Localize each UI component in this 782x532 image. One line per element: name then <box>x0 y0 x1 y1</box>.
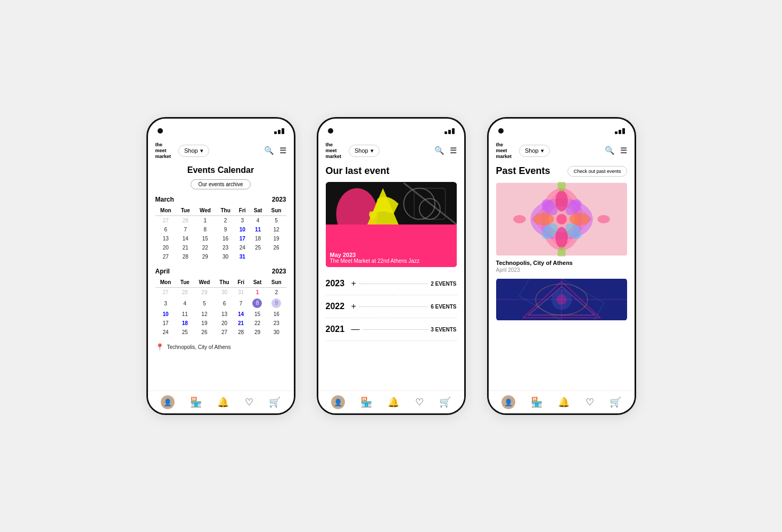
shop-button-3[interactable]: Shop ▾ <box>519 145 550 157</box>
col-fri: Fri <box>235 205 250 216</box>
avatar-2[interactable]: 👤 <box>331 395 345 409</box>
past-event-card-1: Technopolis, City of Athens April 2023 <box>496 182 627 273</box>
last-event-title: Our last event <box>326 165 457 177</box>
table-row: 12 <box>266 225 286 234</box>
table-row: 23 <box>267 319 286 328</box>
heart-icon-1[interactable]: ♡ <box>245 396 253 408</box>
col-sun: Sun <box>267 277 286 288</box>
table-row: 6 <box>155 225 177 234</box>
col-fri: Fri <box>234 277 248 288</box>
cart-icon-3[interactable]: 🛒 <box>610 396 621 408</box>
col-sat: Sat <box>248 277 267 288</box>
table-row: 19 <box>266 234 286 243</box>
event-name: The Meet Market at 22nd Athens Jazz <box>330 258 452 264</box>
table-row: 3 <box>155 297 176 310</box>
check-past-btn[interactable]: Check out past events <box>567 166 627 177</box>
table-row: 28 <box>234 328 248 337</box>
table-row: 16 <box>267 310 286 319</box>
table-row: 1 <box>194 216 216 226</box>
expand-icon-2021[interactable]: — <box>351 325 360 334</box>
past-events-header: Past Events Check out past events <box>496 165 627 177</box>
cart-icon-2[interactable]: 🛒 <box>439 396 451 408</box>
jazz-art: May 2023 The Meet Market at 22nd Athens … <box>326 182 457 267</box>
shop-button-2[interactable]: Shop ▾ <box>349 145 380 157</box>
table-row: 29 <box>194 252 216 261</box>
bell-icon-1[interactable]: 🔔 <box>217 396 229 408</box>
menu-icon-2[interactable]: ☰ <box>450 146 457 155</box>
bell-icon-2[interactable]: 🔔 <box>388 396 399 408</box>
table-row: 17 <box>155 319 176 328</box>
table-row: 4 <box>250 216 267 226</box>
expand-icon-2023[interactable]: + <box>351 279 356 288</box>
cart-icon-1[interactable]: 🛒 <box>269 396 281 408</box>
nav-icons-2: 🔍 ☰ <box>434 146 457 155</box>
shop-nav-icon-3[interactable]: 🏪 <box>531 396 542 408</box>
table-row: 24 <box>235 243 250 252</box>
menu-icon-3[interactable]: ☰ <box>620 146 627 155</box>
avatar-3[interactable]: 👤 <box>501 395 515 409</box>
table-row: 9 <box>216 225 235 234</box>
phone-1-top-bar <box>148 119 294 138</box>
table-row: 21 <box>234 319 248 328</box>
scene: the meet market Shop ▾ 🔍 ☰ Events Calend… <box>125 85 657 447</box>
expand-icon-2022[interactable]: + <box>351 302 356 311</box>
avatar-1[interactable]: 👤 <box>161 395 175 409</box>
events-calendar-title: Events Calendar <box>155 165 286 175</box>
heart-icon-2[interactable]: ♡ <box>415 396 424 408</box>
dotted-line-2023 <box>359 284 427 284</box>
col-sat: Sat <box>250 205 267 216</box>
search-icon-1[interactable]: 🔍 <box>264 146 274 155</box>
table-row: 11 <box>250 225 267 234</box>
location-pin-icon: 📍 <box>155 343 164 351</box>
shop-nav-icon-2[interactable]: 🏪 <box>360 396 372 408</box>
table-row: 16 <box>216 234 235 243</box>
table-row: 10 <box>235 225 250 234</box>
kaleidoscope-svg-1 <box>496 182 627 256</box>
location-row: 📍 Technopolis, City of Athens <box>155 343 286 351</box>
table-row <box>266 252 286 261</box>
events-list-row-2023[interactable]: 2023 + 2 EVENTS <box>326 272 457 295</box>
table-row: 13 <box>155 234 177 243</box>
table-row: 26 <box>194 328 215 337</box>
shop-button-1[interactable]: Shop ▾ <box>178 145 209 157</box>
col-thu: Thu <box>216 205 235 216</box>
events-list-row-2022[interactable]: 2022 + 6 EVENTS <box>326 295 457 318</box>
location-text: Technopolis, City of Athens <box>167 344 231 350</box>
table-row: 27 <box>215 328 234 337</box>
table-row: 7 <box>176 225 194 234</box>
search-icon-2[interactable]: 🔍 <box>434 146 444 155</box>
year-2021: 2021 <box>326 325 348 334</box>
bottom-nav-3: 👤 🏪 🔔 ♡ 🛒 <box>489 390 635 413</box>
table-row: 20 <box>155 243 177 252</box>
bell-icon-3[interactable]: 🔔 <box>558 396 570 408</box>
table-row: 19 <box>194 319 215 328</box>
shop-nav-icon-1[interactable]: 🏪 <box>190 396 202 408</box>
past-event-img-2 <box>496 278 627 321</box>
search-icon-3[interactable]: 🔍 <box>605 146 615 155</box>
phone-3-content: Past Events Check out past events <box>489 163 635 390</box>
march-header: March 2023 <box>155 196 286 203</box>
brand-logo-1: the meet market <box>155 142 171 159</box>
table-row: 18 <box>250 234 267 243</box>
events-list-row-2021[interactable]: 2021 — 3 EVENTS <box>326 318 457 341</box>
brand-logo-3: the meet market <box>496 142 512 159</box>
col-thu: Thu <box>215 277 234 288</box>
archive-button[interactable]: Our events archive <box>191 179 251 189</box>
table-row: 31 <box>235 252 250 261</box>
col-wed: Wed <box>194 277 215 288</box>
signal-icon <box>274 128 284 134</box>
menu-icon-1[interactable]: ☰ <box>279 146 286 155</box>
past-event-img-1 <box>496 182 627 256</box>
past-event-card-2 <box>496 278 627 321</box>
table-row: 25 <box>176 328 194 337</box>
phone-1: the meet market Shop ▾ 🔍 ☰ Events Calend… <box>146 117 295 415</box>
table-row: 3 <box>235 216 250 226</box>
table-row: 14 <box>234 310 248 319</box>
heart-icon-3[interactable]: ♡ <box>586 396 594 408</box>
nav-bar-2: the meet market Shop ▾ 🔍 ☰ <box>318 138 464 163</box>
table-row: 1 <box>248 288 267 297</box>
table-row: 8 <box>194 225 216 234</box>
nav-icons-1: 🔍 ☰ <box>264 146 286 155</box>
past-events-title: Past Events <box>496 165 550 177</box>
table-row: 30 <box>267 328 286 337</box>
